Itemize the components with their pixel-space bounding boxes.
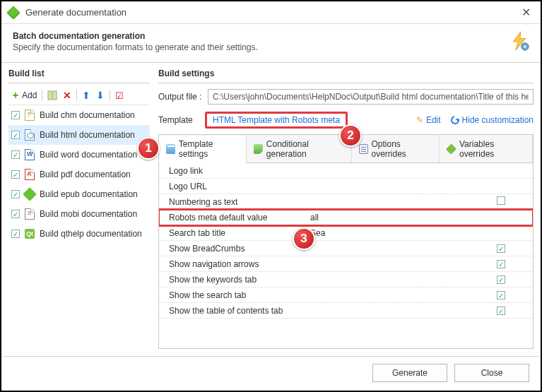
chm-icon — [24, 109, 35, 121]
x-icon: ✕ — [63, 90, 71, 101]
list-item[interactable]: Build html documentation — [8, 125, 150, 145]
callout-2: 2 — [339, 124, 362, 147]
template-settings-table: Logo link Logo URL Numbering as text Rob… — [158, 162, 534, 349]
checkbox[interactable] — [11, 170, 20, 179]
list-item[interactable]: Build pdf documentation — [8, 165, 150, 184]
checkbox[interactable] — [497, 291, 505, 299]
options-icon — [359, 144, 368, 154]
refresh-icon — [449, 114, 460, 126]
add-button[interactable]: ＋Add — [8, 88, 39, 102]
list-item[interactable]: Build epub documentation — [8, 184, 150, 204]
svg-rect-4 — [53, 91, 57, 100]
template-name-link[interactable]: HTML Template with Robots meta — [205, 112, 348, 129]
tab-options-overrides[interactable]: Options overrides — [352, 135, 440, 162]
qt-icon: Qt — [24, 228, 35, 239]
setting-row[interactable]: Show navigation arrows — [159, 256, 533, 272]
setting-row[interactable]: Numbering as text — [159, 194, 533, 210]
tab-variables-overrides[interactable]: Variables overrides — [440, 135, 533, 162]
plus-icon: ＋ — [11, 89, 20, 102]
hide-customization-link[interactable]: Hide customization — [451, 115, 534, 125]
app-icon — [6, 6, 20, 20]
template-label: Template — [158, 115, 205, 125]
variables-icon — [446, 143, 456, 154]
list-item[interactable]: QtBuild qthelp documentation — [8, 224, 150, 244]
check-all-button[interactable]: ☑ — [113, 90, 126, 102]
output-file-input[interactable] — [208, 89, 534, 105]
checkbox[interactable] — [497, 275, 505, 284]
build-list: Build chm documentation Build html docum… — [8, 105, 150, 244]
template-settings-icon — [166, 144, 175, 154]
callout-1: 1 — [137, 137, 160, 160]
checkbox[interactable] — [497, 244, 505, 253]
arrow-down-icon: ⬇ — [96, 90, 105, 101]
mobi-icon — [24, 208, 35, 220]
checkbox[interactable] — [11, 131, 20, 139]
word-icon — [24, 149, 35, 160]
build-list-panel: Build list ＋Add ✕ ⬆ ⬇ ☑ Build chm docume… — [8, 69, 150, 351]
setting-row[interactable]: Show the keywords tab — [159, 272, 533, 287]
header-title: Batch documentation generation — [13, 31, 509, 41]
arrow-up-icon: ⬆ — [82, 90, 90, 101]
build-list-toolbar: ＋Add ✕ ⬆ ⬇ ☑ — [8, 86, 150, 105]
close-button[interactable]: Close — [454, 364, 529, 382]
window-title: Generate documentation — [25, 7, 519, 18]
close-icon[interactable]: ✕ — [519, 6, 534, 19]
pencil-icon: ✎ — [416, 115, 423, 125]
main-area: Build list ＋Add ✕ ⬆ ⬇ ☑ Build chm docume… — [1, 63, 541, 351]
setting-row[interactable]: Show BreadCrumbs — [159, 241, 533, 256]
epub-icon — [24, 189, 35, 200]
output-file-label: Output file : — [158, 92, 208, 102]
title-bar: Generate documentation ✕ — [1, 1, 541, 24]
checkbox[interactable] — [11, 230, 20, 238]
check-icon: ☑ — [115, 90, 124, 101]
generate-button[interactable]: Generate — [372, 364, 447, 382]
build-settings-panel: Build settings Output file : Template HT… — [158, 69, 534, 351]
dialog-footer: Generate Close — [3, 356, 539, 389]
header-band: Batch documentation generation Specify t… — [1, 24, 541, 63]
callout-3: 3 — [293, 227, 315, 250]
list-item[interactable]: Build mobi documentation — [8, 204, 150, 224]
conditional-icon — [254, 144, 263, 154]
checkbox[interactable] — [497, 196, 505, 205]
lightning-gear-icon — [509, 31, 529, 51]
html-icon — [24, 129, 35, 141]
setting-row[interactable]: Logo link — [159, 163, 533, 179]
pdf-icon — [24, 169, 35, 180]
checkbox[interactable] — [497, 307, 505, 315]
checkbox[interactable] — [11, 210, 20, 218]
setting-row-robots[interactable]: Robots meta default valueall — [159, 210, 533, 225]
edit-link[interactable]: ✎Edit — [416, 115, 441, 125]
setting-row[interactable]: Show the table of contents tab — [159, 303, 533, 319]
list-item[interactable]: Build chm documentation — [8, 105, 150, 125]
move-up-button[interactable]: ⬆ — [80, 89, 93, 102]
checkbox[interactable] — [11, 150, 20, 159]
tab-template-settings[interactable]: Template settings — [159, 136, 247, 163]
tab-conditional-generation[interactable]: Conditional generation — [247, 135, 352, 162]
output-file-row: Output file : — [158, 89, 534, 105]
move-down-button[interactable]: ⬇ — [94, 89, 107, 102]
duplicate-button[interactable] — [45, 90, 59, 101]
header-subtitle: Specify the documentation formats to gen… — [13, 42, 509, 52]
svg-rect-3 — [48, 91, 52, 100]
list-item[interactable]: Build word documentation — [8, 145, 150, 165]
svg-point-2 — [524, 45, 526, 48]
checkbox[interactable] — [11, 190, 20, 198]
checkbox[interactable] — [497, 260, 505, 268]
setting-row[interactable]: Show the search tab — [159, 287, 533, 303]
build-settings-title: Build settings — [158, 69, 534, 83]
build-list-title: Build list — [8, 69, 150, 83]
setting-row[interactable]: Logo URL — [159, 179, 533, 194]
delete-button[interactable]: ✕ — [61, 89, 73, 102]
checkbox[interactable] — [11, 111, 20, 119]
setting-row[interactable]: Search tab titleSea — [159, 225, 533, 241]
